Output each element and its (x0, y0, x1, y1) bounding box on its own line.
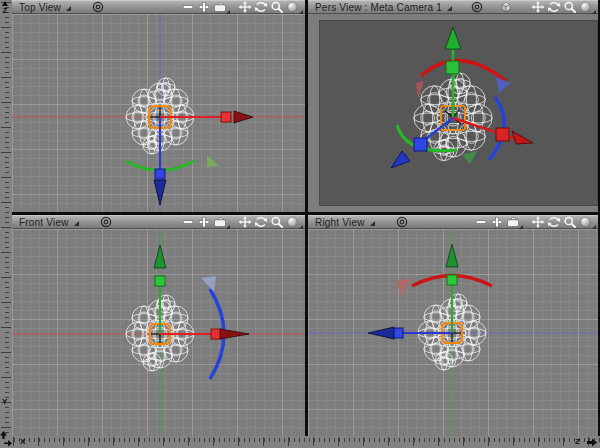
translate-x-gizmo[interactable] (453, 118, 533, 144)
rotate-y-gizmo[interactable] (126, 155, 219, 171)
pers-frame (308, 14, 598, 212)
zoom-in-icon[interactable] (197, 1, 211, 13)
viewport-top: Top View (12, 0, 305, 212)
viewport-header-front: Front View (12, 215, 305, 229)
magnify-icon[interactable] (270, 1, 284, 13)
display-mode-icon[interactable] (579, 216, 593, 228)
view-selector-top[interactable]: Top View (19, 1, 77, 13)
viewport-canvas-front[interactable] (12, 229, 305, 436)
zoom-in-icon[interactable] (197, 216, 211, 228)
zoom-out-icon[interactable] (181, 1, 195, 13)
target-icon[interactable] (395, 216, 409, 228)
chevron-down-icon (66, 6, 71, 11)
zoom-out-icon[interactable] (181, 216, 195, 228)
ruler-axis-label-x: X (20, 438, 25, 446)
pan-icon[interactable] (238, 216, 252, 228)
viewport-pers: Pers View : Meta Camera 1 (308, 0, 598, 212)
display-mode-icon[interactable] (286, 216, 300, 228)
axis-corner-icon (0, 431, 12, 448)
viewport-splitter-horizontal[interactable] (12, 212, 600, 215)
ruler-axis-label-y: Y (2, 398, 7, 406)
rotate-icon[interactable] (254, 216, 268, 228)
app-window: Top View (0, 0, 600, 448)
bottom-ruler: X Z (12, 436, 600, 448)
viewport-splitter-vertical[interactable] (305, 0, 308, 436)
target-icon[interactable] (99, 216, 113, 228)
view-selector-right[interactable]: Right View (315, 216, 381, 228)
pan-icon[interactable] (531, 1, 545, 13)
rotate-x-handle[interactable] (397, 279, 412, 296)
viewport-canvas-pers[interactable] (319, 20, 598, 206)
ruler-axis-label-z-top: Z (2, 1, 8, 15)
rotate-z-handle[interactable] (201, 276, 216, 292)
chevron-down-icon (447, 6, 452, 11)
rotate-icon[interactable] (254, 1, 268, 13)
camera-icon[interactable] (213, 216, 227, 228)
display-mode-icon[interactable] (579, 1, 593, 13)
view-label-right: Right View (315, 217, 365, 228)
ruler-axis-label-z-bottom: Z (575, 438, 580, 446)
rotate-y-handle[interactable] (207, 155, 219, 167)
pan-icon[interactable] (531, 216, 545, 228)
target-icon[interactable] (470, 1, 484, 13)
chevron-down-icon (370, 221, 375, 226)
rotate-icon[interactable] (547, 216, 561, 228)
rotate-x-handle[interactable] (416, 81, 424, 99)
target-icon[interactable] (91, 1, 105, 13)
viewport-canvas-top[interactable] (12, 14, 305, 212)
pan-icon[interactable] (238, 1, 252, 13)
rotate-y-handle[interactable] (462, 151, 477, 164)
ruler-corner (0, 436, 12, 448)
viewport-front: Front View (12, 215, 305, 436)
axis-end-arrow-icon (587, 438, 597, 447)
viewport-right: Right View (308, 215, 598, 436)
camera-icon[interactable] (213, 1, 227, 13)
rotate-x-gizmo[interactable] (397, 276, 492, 297)
view-label-front: Front View (19, 217, 69, 228)
viewport-header-right: Right View (308, 215, 598, 229)
rotate-icon[interactable] (547, 1, 561, 13)
zoom-in-icon[interactable] (490, 216, 504, 228)
display-mode-icon[interactable] (286, 1, 300, 13)
view-selector-pers[interactable]: Pers View : Meta Camera 1 (315, 1, 458, 13)
left-ruler: Z Y (0, 0, 12, 436)
view-label-pers: Pers View : Meta Camera 1 (315, 2, 442, 13)
magnify-icon[interactable] (563, 1, 577, 13)
view-selector-front[interactable]: Front View (19, 216, 85, 228)
chevron-down-icon (74, 221, 79, 226)
viewport-header-top: Top View (12, 0, 305, 14)
viewport-header-pers: Pers View : Meta Camera 1 (308, 0, 598, 14)
view-label-top: Top View (19, 2, 61, 13)
magnify-icon[interactable] (270, 216, 284, 228)
viewport-canvas-right[interactable] (308, 229, 598, 436)
magnify-icon[interactable] (563, 216, 577, 228)
camera-icon[interactable] (506, 216, 520, 228)
zoom-out-icon[interactable] (474, 216, 488, 228)
rotate-z-gizmo[interactable] (201, 276, 224, 379)
cube-icon[interactable] (499, 1, 513, 13)
